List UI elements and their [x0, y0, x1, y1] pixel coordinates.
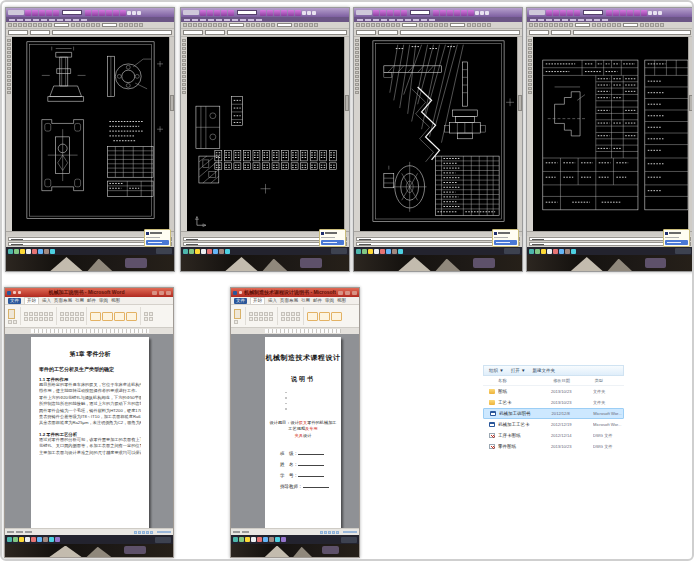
maximize-button[interactable] — [345, 291, 350, 295]
column-name[interactable]: 名称 — [498, 378, 553, 383]
paragraph-button[interactable] — [281, 317, 285, 321]
draw-tool-button[interactable] — [528, 71, 532, 74]
font-button[interactable] — [49, 312, 53, 316]
minimize-button[interactable] — [302, 11, 306, 15]
style-chip[interactable] — [90, 312, 101, 321]
draw-tool-button[interactable] — [182, 87, 186, 90]
menu-item[interactable] — [586, 19, 592, 21]
toolbar-button[interactable] — [299, 23, 303, 27]
toolbar-button[interactable] — [650, 23, 654, 27]
toolbar-button[interactable] — [218, 23, 222, 27]
toolbar-button[interactable] — [96, 23, 100, 27]
ime-candidate[interactable] — [665, 236, 688, 239]
maximize-button[interactable] — [132, 11, 136, 15]
editing-button[interactable] — [144, 317, 148, 321]
menu-item[interactable] — [602, 19, 608, 21]
taskbar-app-icon[interactable] — [251, 537, 256, 542]
vertical-scrollbar[interactable] — [344, 37, 349, 231]
app-menu-icon[interactable] — [8, 10, 24, 15]
draw-tool-button[interactable] — [528, 55, 532, 58]
menu-item[interactable] — [530, 19, 536, 21]
file-row[interactable]: 工艺卡 2013/10/23 文件夹 — [483, 397, 624, 408]
style-chip[interactable] — [307, 312, 318, 321]
taskbar-app-icon[interactable] — [368, 249, 373, 254]
draw-tool-button[interactable] — [355, 39, 359, 42]
draw-tool-button[interactable] — [7, 75, 11, 78]
font-button[interactable] — [39, 312, 43, 316]
menu-item[interactable] — [49, 19, 55, 21]
taskbar-app-icon[interactable] — [183, 249, 188, 254]
paragraph-button[interactable] — [65, 312, 69, 316]
status-bar[interactable] — [5, 528, 173, 535]
toolbar-icon[interactable] — [113, 10, 119, 16]
taskbar-app-icon[interactable] — [37, 537, 42, 542]
taskbar-app-icon[interactable] — [245, 537, 250, 542]
toolbar-button[interactable] — [294, 23, 298, 27]
toolbar-icon[interactable] — [46, 10, 52, 16]
toolbar-button[interactable] — [361, 23, 365, 27]
save-icon[interactable] — [239, 291, 242, 294]
ime-candidate[interactable] — [321, 236, 344, 239]
paragraph-button[interactable] — [286, 317, 290, 321]
zoom-slider[interactable] — [343, 531, 357, 533]
tab-review[interactable]: 审阅 — [99, 298, 108, 304]
cad-titlebar[interactable] — [354, 8, 522, 17]
toolbar-icon[interactable] — [99, 10, 105, 16]
draw-tool-button[interactable] — [7, 43, 11, 46]
toolbar-button[interactable] — [271, 23, 275, 27]
font-button[interactable] — [49, 317, 53, 321]
paragraph-button[interactable] — [60, 312, 64, 316]
cad-properties-bar[interactable] — [181, 29, 349, 37]
font-button[interactable] — [269, 312, 273, 316]
toolbar-button[interactable] — [655, 23, 659, 27]
view-button[interactable] — [142, 531, 145, 534]
view-button[interactable] — [138, 531, 141, 534]
font-button[interactable] — [34, 312, 38, 316]
toolbar-button[interactable] — [529, 23, 533, 27]
cad-window-part-drawing[interactable] — [5, 7, 175, 272]
draw-tool-button[interactable] — [528, 79, 532, 82]
command-search-input[interactable] — [583, 10, 603, 15]
draw-tool-button[interactable] — [182, 55, 186, 58]
taskbar-app-icon[interactable] — [26, 249, 31, 254]
lineweight-combo[interactable] — [573, 30, 691, 35]
minimize-button[interactable] — [475, 11, 479, 15]
toolbar-icon[interactable] — [267, 10, 273, 16]
style-chip[interactable] — [114, 312, 125, 321]
toolbar-icon[interactable] — [567, 10, 573, 16]
taskbar-app-icon[interactable] — [8, 249, 13, 254]
close-button[interactable] — [312, 11, 316, 15]
minimize-button[interactable] — [338, 291, 343, 295]
toolbar-icon[interactable] — [25, 10, 31, 16]
command-search-input[interactable] — [410, 10, 430, 15]
toolbar-icon[interactable] — [634, 10, 640, 16]
maximize-button[interactable] — [480, 11, 484, 15]
taskbar-app-icon[interactable] — [535, 249, 540, 254]
tab-review[interactable]: 审阅 — [325, 298, 334, 304]
font-button[interactable] — [39, 317, 43, 321]
tab-file[interactable]: 文件 — [8, 298, 21, 304]
toolbar-button[interactable] — [640, 23, 644, 27]
toolbar-button[interactable] — [188, 23, 192, 27]
draw-tool-button[interactable] — [7, 39, 11, 42]
menu-item[interactable] — [200, 19, 206, 21]
toolbar-button[interactable] — [569, 23, 573, 27]
ime-input-mode[interactable] — [665, 231, 688, 235]
toolbar-icon[interactable] — [214, 10, 220, 16]
close-button[interactable] — [137, 11, 141, 15]
paragraph-button[interactable] — [296, 312, 300, 316]
toolbar-button[interactable] — [43, 23, 47, 27]
tab-view[interactable]: 视图 — [337, 298, 346, 304]
draw-tool-button[interactable] — [355, 75, 359, 78]
taskbar-app-icon[interactable] — [213, 249, 218, 254]
new-folder-button[interactable]: 新建文件夹 — [532, 368, 555, 373]
menu-item[interactable] — [224, 19, 230, 21]
draw-tool-button[interactable] — [7, 55, 11, 58]
toolbar-button[interactable] — [549, 23, 553, 27]
draw-tool-button[interactable] — [182, 51, 186, 54]
vertical-scrollbar[interactable] — [688, 37, 693, 231]
ribbon-tabs[interactable]: 文件 开始 插入 页面布局 引用 邮件 审阅 视图 — [231, 297, 359, 305]
draw-tool-button[interactable] — [182, 91, 186, 94]
paragraph-button[interactable] — [60, 317, 64, 321]
linetype-combo[interactable] — [551, 30, 571, 35]
